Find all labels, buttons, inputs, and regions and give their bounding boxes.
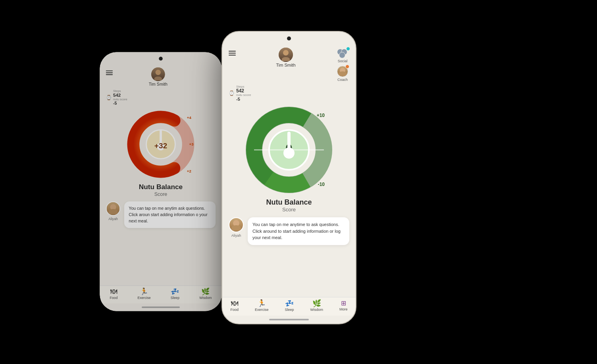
exercise-label-front: Exercise xyxy=(255,308,269,312)
home-indicator-front xyxy=(222,316,356,324)
coach-name-front: Aliyah xyxy=(231,234,241,238)
social-circle-3 xyxy=(339,52,345,58)
steps-value-front: 542 xyxy=(236,88,251,93)
svg-point-13 xyxy=(283,148,295,159)
tracker-info-back: Steps 542 nutu score -5 xyxy=(113,90,127,105)
chat-bubble-front: You can tap on me anytime to ask questio… xyxy=(248,217,349,245)
coach-img-front xyxy=(229,217,244,232)
home-indicator-back xyxy=(100,303,221,311)
food-label-front: Food xyxy=(230,308,239,312)
chat-area-back: Aliyah You can tap on me anytim ask ques… xyxy=(100,197,221,232)
watch-icon-front: ⌚ xyxy=(229,90,235,96)
phone-back: Tim Smith ⌚ Steps 542 nutu score -5 xyxy=(100,52,221,311)
gauge-area-front: 0 +10 -10 Nutu Balance Score xyxy=(222,103,356,297)
sleep-label-back: Sleep xyxy=(171,296,179,300)
nutu-label-back: nutu score xyxy=(113,98,127,101)
nav-food-front[interactable]: 🍽 Food xyxy=(230,300,239,312)
user-name-front: Tim Smith xyxy=(276,63,295,67)
nutu-label-front: nutu score xyxy=(236,93,251,97)
phone-front: Tim Smith Social xyxy=(221,31,356,324)
tracker-row-front: ⌚ Steps 542 nutu score -5 xyxy=(222,85,356,103)
social-label: Social xyxy=(338,59,348,63)
social-dot xyxy=(346,47,350,51)
more-label-front: More xyxy=(339,307,348,311)
coach-dot xyxy=(345,65,349,69)
score-title-back: Nutu Balance Score xyxy=(139,183,183,197)
tracker-info-front: Steps 542 nutu score -5 xyxy=(236,85,251,102)
chat-area-front: Aliyah You can tap on me anytime to ask … xyxy=(222,213,356,250)
food-label-back: Food xyxy=(110,296,118,300)
nav-exercise-back[interactable]: 🏃 Exercise xyxy=(137,288,150,300)
gauge-label-back-bot: +2 xyxy=(187,169,191,173)
user-avatar-img-back xyxy=(151,67,165,81)
score-subheading-back: Score xyxy=(139,191,183,197)
nav-more-front[interactable]: ⊞ More xyxy=(339,300,348,311)
watch-icon-back: ⌚ xyxy=(106,95,112,100)
gauge-svg-front: 0 xyxy=(245,106,333,193)
wisdom-label-back: Wisdom xyxy=(199,296,212,300)
scene: Tim Smith ⌚ Steps 542 nutu score -5 xyxy=(0,0,597,364)
score-title-front: Nutu Balance Score xyxy=(266,198,312,213)
wisdom-label-front: Wisdom xyxy=(310,308,323,312)
coach-img-back xyxy=(106,201,120,216)
social-nav-item[interactable]: Social xyxy=(336,48,349,63)
right-nav-front: Social Coach xyxy=(336,48,349,82)
gauge-back: +32 +4 +3 +2 xyxy=(127,110,195,179)
exercise-label-back: Exercise xyxy=(137,296,150,300)
coach-label: Coach xyxy=(337,78,348,82)
hamburger-back[interactable] xyxy=(106,67,113,75)
food-icon-front: 🍽 xyxy=(231,300,238,307)
sleep-icon-front: 💤 xyxy=(285,300,294,307)
bottom-nav-front: 🍽 Food 🏃 Exercise 💤 Sleep 🌿 Wisdom ⊞ xyxy=(222,297,356,316)
exercise-icon-front: 🏃 xyxy=(257,300,266,307)
gauge-area-back: +32 +4 +3 +2 Nutu Balance Score Aliyah xyxy=(100,107,221,285)
nav-exercise-front[interactable]: 🏃 Exercise xyxy=(255,300,269,312)
coach-avatar-front[interactable]: Aliyah xyxy=(229,217,244,238)
nav-food-back[interactable]: 🍽 Food xyxy=(110,288,118,300)
sleep-icon-back: 💤 xyxy=(171,288,179,295)
coach-nav-avatar xyxy=(337,65,349,77)
user-avatar-front xyxy=(279,48,293,62)
coach-name-back: Aliyah xyxy=(108,217,118,221)
wisdom-icon-front: 🌿 xyxy=(312,300,321,307)
home-bar-front xyxy=(269,319,309,320)
user-center-front: Tim Smith xyxy=(236,48,336,67)
coach-avatar-back: Aliyah xyxy=(106,201,120,221)
gauge-svg-back: +32 xyxy=(127,110,195,179)
user-name-back: Tim Smith xyxy=(149,82,168,86)
food-icon-back: 🍽 xyxy=(110,288,117,295)
nutu-value-back: -5 xyxy=(113,101,127,105)
camera-notch-back xyxy=(159,57,163,61)
hamburger-front[interactable] xyxy=(229,48,236,56)
wisdom-icon-back: 🌿 xyxy=(201,288,210,295)
more-icon-front: ⊞ xyxy=(341,300,346,307)
nav-sleep-back[interactable]: 💤 Sleep xyxy=(171,288,179,300)
gauge-label-minus10: -10 xyxy=(318,182,325,187)
score-subheading-front: Score xyxy=(266,207,312,213)
bottom-nav-back: 🍽 Food 🏃 Exercise 💤 Sleep 🌿 Wisdom xyxy=(100,285,221,303)
gauge-label-plus10: +10 xyxy=(317,113,325,118)
exercise-icon-back: 🏃 xyxy=(140,288,148,295)
coach-nav-item[interactable]: Coach xyxy=(337,65,349,82)
nutu-value-front: -5 xyxy=(236,97,251,102)
nav-wisdom-back[interactable]: 🌿 Wisdom xyxy=(199,288,212,300)
gauge-label-back-mid: +3 xyxy=(189,142,194,147)
camera-notch-front xyxy=(287,36,291,40)
nav-wisdom-front[interactable]: 🌿 Wisdom xyxy=(310,300,323,312)
sleep-label-front: Sleep xyxy=(285,308,294,312)
tracker-row-back: ⌚ Steps 542 nutu score -5 xyxy=(100,90,221,107)
nav-sleep-front[interactable]: 💤 Sleep xyxy=(285,300,294,312)
home-bar-back xyxy=(142,307,180,308)
gauge-label-back-top: +4 xyxy=(187,115,191,120)
user-center-back: Tim Smith xyxy=(113,67,203,86)
user-avatar-back xyxy=(151,67,165,81)
user-avatar-img-front xyxy=(279,48,293,62)
score-heading-front: Nutu Balance xyxy=(266,198,312,207)
svg-text:+32: +32 xyxy=(154,142,168,150)
steps-value-back: 542 xyxy=(113,93,127,98)
score-heading-back: Nutu Balance xyxy=(139,183,183,191)
header-back: Tim Smith xyxy=(100,67,221,90)
header-front: Tim Smith Social xyxy=(222,48,356,85)
chat-bubble-back: You can tap on me anytim ask questions. … xyxy=(124,201,216,228)
social-nav-avatar xyxy=(336,48,349,59)
